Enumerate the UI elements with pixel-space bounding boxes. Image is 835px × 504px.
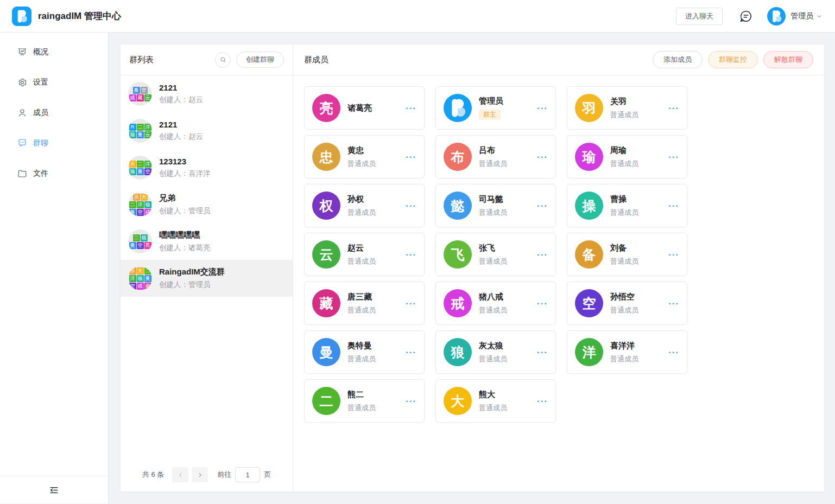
member-card: 布 吕布 普通成员 ··· bbox=[435, 135, 556, 178]
enter-chat-button[interactable]: 进入聊天 bbox=[676, 8, 723, 25]
group-creator: 创建人：诸葛亮 bbox=[159, 243, 211, 253]
group-members-panel: 群成员 添加成员 群聊监控 解散群聊 亮 诸葛亮 ··· 管理员 群主 ··· bbox=[293, 44, 824, 492]
member-avatar: 飞 bbox=[444, 240, 472, 269]
group-name: 123123 bbox=[159, 157, 211, 166]
group-avatar-tile: 洋 bbox=[144, 124, 151, 131]
content-card: 群列表 创建群聊 曼空戒藏云 2121 创建人：赵云 R二洋狼曼云 2121 创… bbox=[121, 44, 824, 492]
group-list-item[interactable]: R二洋狼曼云 2121 创建人：赵云 bbox=[121, 112, 293, 149]
member-role: 普通成员 bbox=[610, 110, 668, 120]
group-avatar-tile: 二 bbox=[137, 124, 144, 131]
more-actions-button[interactable]: ··· bbox=[668, 201, 679, 210]
more-actions-button[interactable]: ··· bbox=[537, 201, 548, 210]
group-avatar-tile: 曼 bbox=[129, 242, 136, 249]
member-avatar: 藏 bbox=[312, 289, 340, 317]
more-actions-button[interactable]: ··· bbox=[537, 348, 548, 357]
folder-icon bbox=[17, 169, 27, 178]
prev-page-button[interactable] bbox=[172, 467, 188, 482]
member-card: 羽 关羽 普通成员 ··· bbox=[567, 86, 687, 130]
member-name: 熊大 bbox=[479, 390, 537, 400]
more-actions-button[interactable]: ··· bbox=[537, 250, 548, 259]
group-name: 2121 bbox=[159, 120, 203, 129]
member-role: 普通成员 bbox=[347, 305, 406, 315]
member-role: 普通成员 bbox=[347, 354, 406, 364]
group-list-item[interactable]: 曼空戒藏云 2121 创建人：赵云 bbox=[121, 75, 293, 112]
more-actions-button[interactable]: ··· bbox=[406, 201, 416, 210]
app-title: raingadIM 管理中心 bbox=[38, 10, 121, 22]
next-page-button[interactable] bbox=[192, 467, 208, 482]
member-card: 藏 唐三藏 普通成员 ··· bbox=[304, 282, 425, 325]
disband-group-button[interactable]: 解散群聊 bbox=[763, 51, 813, 68]
group-avatar: 曼空戒藏云 bbox=[128, 82, 152, 106]
app-logo-icon bbox=[12, 7, 31, 26]
sidebar-item-groupchat[interactable]: 群聊 bbox=[0, 128, 108, 158]
member-avatar: 洋 bbox=[575, 338, 603, 366]
member-name: 唐三藏 bbox=[347, 292, 406, 302]
member-avatar: 羽 bbox=[575, 94, 603, 122]
sidebar-item-overview[interactable]: 概况 bbox=[0, 37, 108, 67]
group-avatar-tile: 二 bbox=[144, 267, 151, 275]
add-member-button[interactable]: 添加成员 bbox=[653, 51, 703, 68]
member-role: 普通成员 bbox=[610, 305, 668, 315]
sidebar-item-files[interactable]: 文件 bbox=[0, 158, 108, 189]
more-actions-button[interactable]: ··· bbox=[406, 152, 416, 162]
sidebar-item-members[interactable]: 成员 bbox=[0, 98, 108, 128]
member-avatar: 备 bbox=[575, 240, 603, 269]
group-avatar-tile: 亮 bbox=[144, 242, 151, 249]
search-button[interactable] bbox=[215, 52, 231, 68]
more-actions-button[interactable]: ··· bbox=[668, 299, 679, 308]
sidebar-nav: 概况 设置 成员 群聊 文件 bbox=[0, 33, 108, 189]
group-avatar-tile: 戒 bbox=[144, 209, 151, 216]
sidebar-item-label: 设置 bbox=[33, 78, 48, 87]
member-card: 空 孙悟空 普通成员 ··· bbox=[567, 282, 687, 325]
member-avatar-logo bbox=[444, 94, 472, 122]
group-avatar-tile: 洋 bbox=[129, 275, 136, 282]
group-creator: 创建人：管理员 bbox=[159, 206, 211, 216]
group-avatar-tile: 员 bbox=[133, 194, 140, 201]
group-list-item[interactable]: 员大二洋狼曼空戒 兄弟 创建人：管理员 bbox=[121, 186, 293, 223]
more-actions-button[interactable]: ··· bbox=[406, 299, 416, 308]
more-actions-button[interactable]: ··· bbox=[406, 250, 416, 259]
search-icon bbox=[219, 56, 227, 63]
more-actions-button[interactable]: ··· bbox=[406, 348, 416, 357]
pagination-unit-label: 页 bbox=[264, 470, 271, 480]
member-name: 赵云 bbox=[347, 243, 406, 253]
more-actions-button[interactable]: ··· bbox=[668, 152, 679, 162]
pagination-goto-label: 前往 bbox=[217, 470, 231, 480]
group-avatar-tile: 空 bbox=[144, 168, 151, 175]
more-actions-button[interactable]: ··· bbox=[668, 250, 679, 259]
create-group-button[interactable]: 创建群聊 bbox=[236, 52, 284, 68]
group-list-item[interactable]: 员大二洋狼曼空戒藏 RaingadIM交流群 创建人：管理员 bbox=[121, 260, 293, 297]
page-number-input[interactable] bbox=[235, 467, 260, 482]
group-monitor-button[interactable]: 群聊监控 bbox=[708, 51, 758, 68]
collapse-sidebar-icon[interactable] bbox=[49, 485, 59, 495]
group-panel-actions: 创建群聊 bbox=[215, 52, 284, 68]
group-avatar-tile: 大 bbox=[141, 194, 148, 201]
member-card: 操 曹操 普通成员 ··· bbox=[567, 184, 687, 227]
group-avatar-tile: 曼 bbox=[137, 131, 144, 138]
sidebar-item-label: 概况 bbox=[33, 47, 48, 57]
group-list-item[interactable]: 大二洋狼曼空 123123 创建人：喜洋洋 bbox=[121, 149, 293, 186]
more-actions-button[interactable]: ··· bbox=[537, 299, 548, 308]
member-name: 关羽 bbox=[610, 97, 668, 107]
more-actions-button[interactable]: ··· bbox=[537, 397, 548, 406]
more-actions-button[interactable]: ··· bbox=[668, 104, 679, 113]
member-card: 懿 司马懿 普通成员 ··· bbox=[435, 184, 556, 227]
member-avatar: 瑜 bbox=[575, 143, 603, 171]
more-actions-button[interactable]: ··· bbox=[406, 397, 416, 406]
message-bubble-icon[interactable] bbox=[739, 9, 753, 23]
more-actions-button[interactable]: ··· bbox=[537, 152, 548, 162]
brand: raingadIM 管理中心 bbox=[12, 7, 121, 26]
member-card: 飞 张飞 普通成员 ··· bbox=[435, 233, 556, 276]
member-card: 亮 诸葛亮 ··· bbox=[304, 86, 425, 130]
member-name: 灰太狼 bbox=[479, 341, 537, 351]
group-avatar: 二狼曼空亮 bbox=[128, 229, 152, 253]
user-menu[interactable]: 管理员 bbox=[767, 7, 823, 25]
more-actions-button[interactable]: ··· bbox=[406, 104, 416, 113]
more-actions-button[interactable]: ··· bbox=[668, 348, 679, 357]
more-actions-button[interactable]: ··· bbox=[537, 104, 548, 113]
user-name: 管理员 bbox=[790, 11, 813, 21]
sidebar-item-settings[interactable]: 设置 bbox=[0, 67, 108, 98]
member-card: 忠 黄忠 普通成员 ··· bbox=[304, 135, 425, 178]
group-list-item[interactable]: 二狼曼空亮 嘿嘿嘿嘿嘿 创建人：诸葛亮 bbox=[121, 223, 293, 260]
group-avatar-tile: 空 bbox=[129, 283, 136, 290]
